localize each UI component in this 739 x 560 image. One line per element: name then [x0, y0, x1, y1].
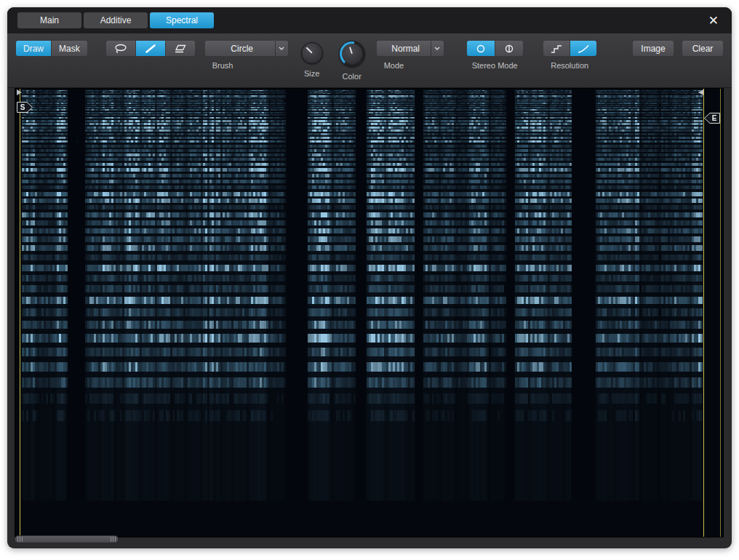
resolution-label: Resolution: [551, 61, 588, 70]
stereo-circle-icon: [504, 44, 514, 54]
lasso-icon: [113, 44, 128, 54]
end-boundary-line: [720, 89, 721, 537]
tab-bar: Main Additive Spectral ✕: [7, 7, 732, 33]
spectrogram-panel[interactable]: S E: [15, 88, 724, 537]
tab-main[interactable]: Main: [17, 12, 81, 28]
scrollbar-grip-left[interactable]: [17, 537, 23, 542]
resolution-group: Resolution: [543, 41, 596, 70]
brush-shape-select[interactable]: Circle: [205, 41, 288, 56]
tab-additive[interactable]: Additive: [84, 12, 148, 28]
size-knob[interactable]: [301, 42, 323, 64]
size-knob-pointer: [305, 47, 312, 54]
brush-shape-group: Circle Brush: [205, 41, 288, 70]
tab-spectral[interactable]: Spectral: [150, 12, 214, 28]
draw-mask-toggle: Draw Mask: [16, 41, 87, 56]
end-flag-label: E: [712, 114, 717, 122]
size-label: Size: [304, 69, 319, 78]
size-knob-group: Size: [301, 41, 323, 78]
color-knob-face: [342, 44, 362, 64]
horizontal-scrollbar[interactable]: [15, 535, 119, 543]
stereo-mode-toggle: [467, 41, 523, 56]
resolution-low-icon: [550, 44, 563, 54]
mode-label: Mode: [384, 61, 404, 70]
image-button[interactable]: Image: [633, 41, 674, 56]
loop-start-triangle-icon[interactable]: [17, 89, 22, 95]
clear-button[interactable]: Clear: [682, 41, 723, 56]
lasso-tool-button[interactable]: [106, 41, 135, 56]
start-flag[interactable]: S: [17, 102, 33, 113]
draw-button[interactable]: Draw: [16, 41, 51, 56]
close-icon[interactable]: ✕: [706, 13, 722, 28]
stereo-mode-group: Stereo Mode: [467, 41, 523, 70]
start-marker-line[interactable]: [20, 89, 20, 537]
mask-button[interactable]: Mask: [52, 41, 87, 56]
color-label: Color: [343, 72, 361, 81]
mono-mode-button[interactable]: [467, 41, 495, 56]
loop-end-triangle-icon[interactable]: [698, 89, 703, 95]
toolbar: Draw Mask Circle Brush: [7, 33, 732, 88]
mono-circle-icon: [476, 44, 486, 54]
chevron-down-icon: [431, 41, 444, 56]
scrollbar-grip-right[interactable]: [111, 537, 116, 542]
brush-shape-value: Circle: [205, 44, 275, 54]
mode-select[interactable]: Normal: [377, 41, 444, 56]
stereo-mode-button[interactable]: [495, 41, 523, 56]
chevron-down-icon: [275, 41, 288, 56]
end-marker-line[interactable]: [703, 89, 704, 537]
eraser-tool-button[interactable]: [166, 41, 195, 56]
mode-group: Normal Mode: [377, 41, 444, 70]
stereo-mode-label: Stereo Mode: [472, 61, 518, 70]
spectral-editor-window: Main Additive Spectral ✕ Draw Mask Circl…: [7, 7, 732, 548]
spectrogram-canvas[interactable]: [15, 89, 723, 537]
eraser-icon: [173, 44, 188, 54]
end-flag[interactable]: E: [704, 113, 720, 124]
brush-label: Brush: [212, 61, 233, 70]
brush-icon: [143, 44, 158, 54]
tool-selector: [106, 41, 195, 56]
color-knob[interactable]: [339, 41, 365, 67]
color-knob-group: Color: [339, 41, 365, 81]
resolution-high-icon: [577, 44, 590, 54]
brush-tool-button[interactable]: [136, 41, 165, 56]
mode-value: Normal: [377, 44, 431, 54]
resolution-high-button[interactable]: [570, 41, 596, 56]
resolution-low-button[interactable]: [543, 41, 570, 56]
resolution-toggle: [543, 41, 596, 56]
start-flag-label: S: [20, 103, 25, 111]
color-knob-pointer: [349, 47, 353, 54]
